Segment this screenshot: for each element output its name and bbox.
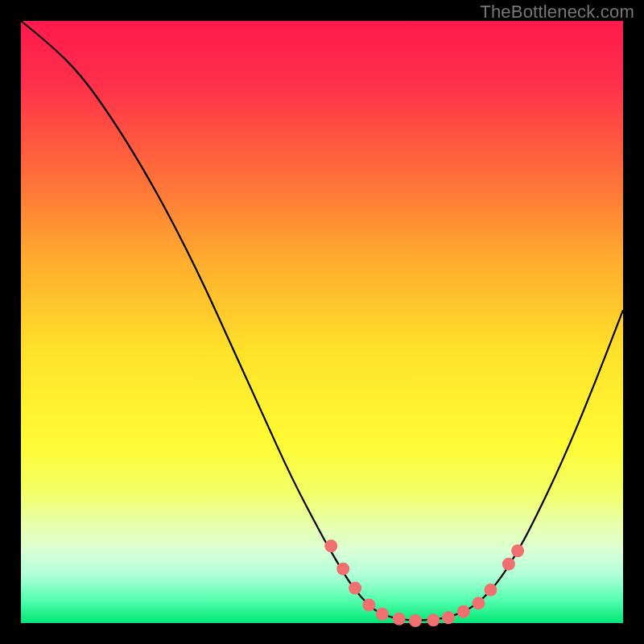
ideal-zone-dot <box>336 563 349 576</box>
chart-container: TheBottleneck.com <box>0 0 644 644</box>
ideal-zone-dot <box>409 614 422 627</box>
ideal-zone-dot <box>442 611 455 624</box>
ideal-zone-dot <box>324 539 337 552</box>
ideal-zone-dot <box>472 597 485 609</box>
ideal-zone-dot <box>376 608 389 621</box>
ideal-zone-dot <box>349 582 361 595</box>
bottleneck-chart <box>0 0 644 644</box>
ideal-zone-dot <box>502 558 515 571</box>
plot-background <box>21 21 623 623</box>
watermark-text: TheBottleneck.com <box>480 2 634 23</box>
ideal-zone-dot <box>457 605 470 618</box>
ideal-zone-dot <box>511 544 524 557</box>
ideal-zone-dot <box>393 613 406 625</box>
ideal-zone-dot <box>362 599 375 612</box>
ideal-zone-dot <box>427 613 440 626</box>
ideal-zone-dot <box>484 584 497 597</box>
